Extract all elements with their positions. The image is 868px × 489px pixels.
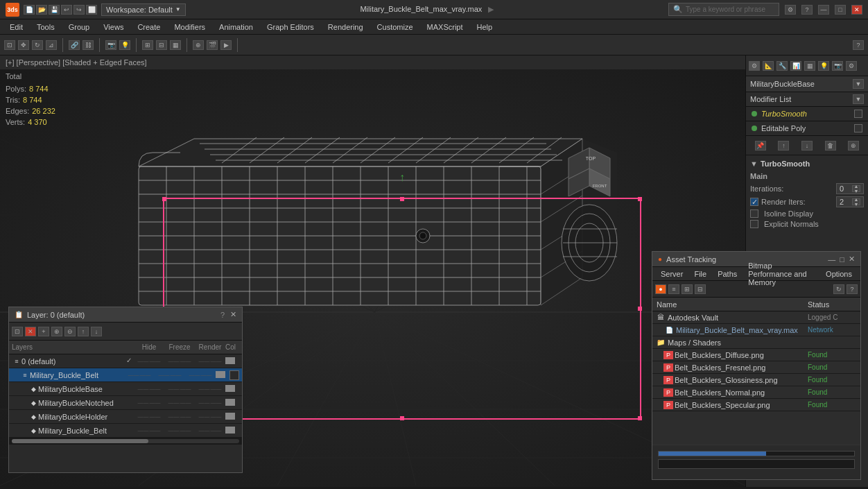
- minimize-btn[interactable]: —: [818, 5, 829, 15]
- asset-row-fresnel[interactable]: P Belt_Bucklers_Fresnel.png Found: [652, 361, 860, 374]
- ts-explicit-checkbox[interactable]: [750, 220, 758, 228]
- asset-close-btn[interactable]: ✕: [849, 255, 855, 264]
- maximize-btn[interactable]: □: [835, 5, 846, 15]
- ts-collapse-icon[interactable]: ▼: [750, 160, 758, 168]
- layers-tool-7[interactable]: ↓: [91, 327, 102, 336]
- menu-help[interactable]: Help: [470, 22, 500, 33]
- tool-select[interactable]: ⊡: [4, 40, 15, 50]
- toolbar-redo[interactable]: ↪: [73, 5, 85, 15]
- tool-unlink[interactable]: ⛓: [83, 40, 94, 50]
- tool-layer[interactable]: ⊕: [193, 40, 204, 50]
- layer-1-checkbox[interactable]: [229, 370, 239, 380]
- layer-row-0[interactable]: ≡ 0 (default) ✓ ———— ———— ————: [9, 354, 242, 368]
- tool-help-icon[interactable]: ?: [853, 40, 864, 50]
- layers-close-btn[interactable]: ✕: [230, 310, 236, 319]
- rp-icon-7[interactable]: 📷: [832, 61, 843, 71]
- layer-row-1[interactable]: ≡ Military_Buckle_Belt ———— ———— ————: [9, 368, 242, 382]
- layers-tool-3[interactable]: +: [38, 327, 49, 336]
- menu-edit[interactable]: Edit: [3, 22, 30, 33]
- tool-render[interactable]: ▶: [220, 40, 232, 50]
- layers-h-scrollbar[interactable]: [12, 439, 239, 443]
- mod-tool-move-down[interactable]: ↓: [801, 141, 813, 151]
- asset-menu-paths[interactable]: Paths: [712, 269, 743, 279]
- tool-group-btn[interactable]: ▦: [170, 40, 181, 50]
- layers-scrollbar-thumb[interactable]: [12, 439, 148, 443]
- layer-row-2[interactable]: ◆ MilitaryBuckleBase ———— ———— ————: [9, 382, 242, 396]
- asset-menu-file[interactable]: File: [688, 269, 712, 279]
- asset-menu-bitmap[interactable]: Bitmap Performance and Memory: [743, 261, 820, 287]
- tool-link[interactable]: 🔗: [69, 40, 80, 50]
- tool-mirror[interactable]: ⊞: [142, 40, 153, 50]
- toolbar-undo[interactable]: ↩: [61, 5, 72, 15]
- modifier-list-dropdown[interactable]: ▼: [853, 94, 864, 104]
- layers-tool-6[interactable]: ↑: [78, 327, 89, 336]
- rp-icon-6[interactable]: 💡: [818, 61, 829, 71]
- rp-icon-1[interactable]: ⚙: [749, 61, 760, 71]
- asset-tool-5[interactable]: ↻: [833, 284, 844, 294]
- mod-tool-move-up[interactable]: ↑: [778, 141, 789, 151]
- asset-menu-options[interactable]: Options: [820, 269, 858, 279]
- layers-help-btn[interactable]: ?: [220, 311, 225, 319]
- asset-row-maps[interactable]: 📁 Maps / Shaders: [652, 336, 860, 349]
- modifier-editablepoly[interactable]: Editable Poly: [746, 121, 868, 136]
- ts-render-iters-checkbox[interactable]: ✓: [750, 198, 758, 206]
- mod-tool-delete[interactable]: 🗑: [825, 141, 836, 151]
- modifier-turbosmooth[interactable]: TurboSmooth: [746, 107, 868, 121]
- asset-row-specular[interactable]: P Belt_Bucklers_Specular.png Found: [652, 399, 860, 411]
- rp-icon-2[interactable]: 📐: [763, 61, 774, 71]
- search-box[interactable]: 🔍 Type a keyword or phrase: [668, 3, 779, 16]
- obj-name-dropdown[interactable]: ▼: [853, 79, 864, 89]
- menu-create[interactable]: Create: [130, 22, 167, 33]
- toolbar-open[interactable]: 📂: [36, 5, 47, 15]
- asset-tool-4[interactable]: ⊟: [695, 284, 706, 294]
- layers-tool-4[interactable]: ⊕: [51, 327, 62, 336]
- tool-rotate[interactable]: ↻: [32, 40, 43, 50]
- layer-row-3[interactable]: ◆ MilitaryBuckleNotched ———— ———— ————: [9, 396, 242, 410]
- asset-min-btn[interactable]: —: [828, 255, 835, 264]
- modifier-ep-checkbox[interactable]: [854, 124, 862, 132]
- asset-tool-6[interactable]: ?: [847, 284, 858, 294]
- tool-light[interactable]: 💡: [119, 40, 130, 50]
- nav-cube[interactable]: TOP FRONT: [562, 144, 617, 200]
- asset-row-normal[interactable]: P Belt_Bucklers_Normal.png Found: [652, 386, 860, 399]
- asset-input-field[interactable]: [658, 459, 855, 469]
- toolbar-save[interactable]: 💾: [49, 5, 60, 15]
- asset-tool-1[interactable]: ●: [655, 284, 666, 294]
- ts-iterations-spinner[interactable]: ▲▼: [852, 185, 860, 192]
- ts-isoline-checkbox[interactable]: [750, 209, 758, 218]
- menu-animation[interactable]: Animation: [212, 22, 260, 33]
- toolbar-new[interactable]: 📄: [24, 5, 35, 15]
- ts-iterations-value[interactable]: 0 ▲▼: [836, 183, 864, 194]
- asset-row-diffuse[interactable]: P Belt_Bucklers_Diffuse.png Found: [652, 349, 860, 361]
- asset-tool-2[interactable]: ≡: [668, 284, 679, 294]
- layer-row-5[interactable]: ◆ Military_Buckle_Belt ———— ———— ————: [9, 424, 242, 438]
- menu-modifiers[interactable]: Modifiers: [167, 22, 212, 33]
- mod-tool-pin[interactable]: 📌: [755, 141, 766, 151]
- asset-row-max[interactable]: 📄 Military_Buckle_Belt_max_vray.max Netw…: [652, 324, 860, 336]
- mod-tool-instance[interactable]: ⊕: [848, 141, 859, 151]
- info-btn[interactable]: ?: [801, 5, 813, 15]
- menu-rendering[interactable]: Rendering: [321, 22, 370, 33]
- menu-maxscript[interactable]: MAXScript: [420, 22, 470, 33]
- asset-max-btn[interactable]: □: [840, 255, 844, 264]
- rp-icon-4[interactable]: 📊: [790, 61, 801, 71]
- toolbar-select[interactable]: ⬜: [86, 5, 97, 15]
- menu-tools[interactable]: Tools: [30, 22, 62, 33]
- asset-row-vault[interactable]: 🏛 Autodesk Vault Logged C: [652, 311, 860, 324]
- asset-menu-server[interactable]: Server: [655, 269, 688, 279]
- search-btn[interactable]: ⚙: [785, 5, 796, 15]
- menu-graph-editors[interactable]: Graph Editors: [260, 22, 321, 33]
- menu-group[interactable]: Group: [62, 22, 97, 33]
- ts-render-iters-value[interactable]: 2 ▲▼: [836, 196, 864, 207]
- rp-icon-3[interactable]: 🔧: [776, 61, 788, 71]
- workspace-dropdown-icon[interactable]: ▼: [175, 6, 181, 12]
- tool-render-setup[interactable]: 🎬: [207, 40, 218, 50]
- layers-tool-5[interactable]: ⊖: [64, 327, 76, 336]
- ts-render-iters-spinner[interactable]: ▲▼: [852, 198, 860, 205]
- menu-views[interactable]: Views: [96, 22, 130, 33]
- layer-row-4[interactable]: ◆ MilitaryBuckleHolder ———— ———— ————: [9, 410, 242, 424]
- asset-row-glossiness[interactable]: P Belt_Bucklers_Glossiness.png Found: [652, 374, 860, 386]
- asset-tool-3[interactable]: ⊞: [682, 284, 693, 294]
- tool-scale[interactable]: ⊿: [46, 40, 57, 50]
- close-btn[interactable]: ✕: [851, 5, 862, 15]
